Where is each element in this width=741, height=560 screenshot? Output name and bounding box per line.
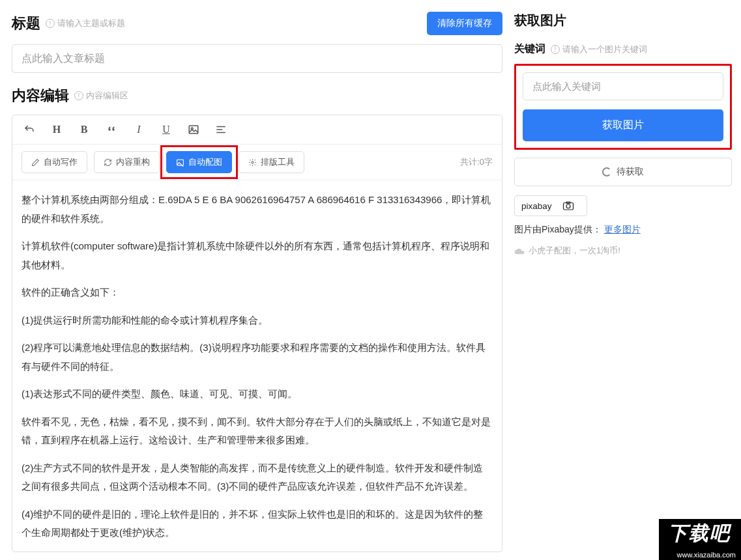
more-images-link[interactable]: 更多图片 — [604, 224, 641, 234]
left-column: 标题 ! 请输入主题或标题 清除所有缓存 内容编辑 ! 内容编辑区 — [0, 0, 512, 560]
pixabay-badge: pixabay — [514, 195, 587, 216]
get-image-title: 获取图片 — [514, 12, 732, 29]
spinner-icon — [602, 167, 611, 176]
paragraph: (1)提供运行时所需功能和性能的命令或计算机程序集合。 — [22, 311, 493, 330]
keyword-label-row: 关键词 ! 请输入一个图片关键词 — [514, 42, 732, 56]
watermark: 下载吧 www.xiazaiba.com — [659, 519, 741, 560]
clear-cache-button[interactable]: 清除所有缓存 — [427, 12, 502, 35]
align-left-icon — [215, 124, 227, 135]
editor-content-area[interactable]: 整个计算机系统由两部分组成：E.69DA 5 E 6 BA 9062616964… — [12, 180, 502, 552]
underline-button[interactable]: U — [158, 122, 174, 137]
layout-icon — [248, 158, 257, 167]
pending-label: 待获取 — [617, 166, 644, 178]
action-toolbar: 自动写作 内容重构 自动配图 排版工具 — [12, 145, 502, 180]
editor-box: H B I U 自动写作 — [12, 115, 502, 552]
svg-rect-8 — [564, 203, 574, 210]
italic-button[interactable]: I — [131, 122, 147, 137]
svg-point-6 — [252, 161, 254, 163]
svg-point-9 — [566, 204, 570, 208]
info-icon: ! — [46, 19, 55, 28]
get-image-button[interactable]: 获取图片 — [523, 109, 723, 141]
svg-rect-0 — [189, 126, 198, 133]
info-icon: ! — [551, 45, 560, 54]
format-toolbar: H B I U — [12, 115, 502, 145]
paragraph: 整个计算机系统由两部分组成：E.69DA 5 E 6 BA 9062616964… — [22, 191, 493, 228]
svg-text:pixabay: pixabay — [521, 201, 552, 211]
paragraph: (2)程序可以满意地处理信息的数据结构。(3)说明程序功能要求和程序需要的文档的… — [22, 339, 493, 376]
footer-note: 小虎子配图，一次1淘币! — [514, 245, 732, 257]
provider-row: 图片由Pixabay提供： 更多图片 — [514, 224, 732, 236]
align-button[interactable] — [213, 122, 229, 137]
svg-rect-5 — [177, 160, 184, 165]
auto-image-button[interactable]: 自动配图 — [166, 151, 232, 173]
paragraph: (1)表达形式不同的硬件类型、颜色、味道、可见、可摸、可闻。 — [22, 385, 493, 404]
editor-hint: ! 内容编辑区 — [74, 90, 128, 102]
editor-header: 内容编辑 ! 内容编辑区 — [12, 86, 502, 105]
paragraph: 软件的正确含义如下： — [22, 283, 493, 302]
keyword-label: 关键词 — [514, 42, 545, 56]
provider-text: 图片由Pixabay提供： — [514, 224, 602, 234]
image-button[interactable] — [186, 122, 201, 137]
footer-note-text: 小虎子配图，一次1淘币! — [529, 245, 620, 257]
keyword-highlight-box: 获取图片 — [514, 64, 732, 150]
undo-button[interactable] — [22, 122, 37, 137]
right-column: 获取图片 关键词 ! 请输入一个图片关键词 获取图片 待获取 pixabay — [512, 0, 741, 560]
cloud-icon — [514, 247, 525, 255]
undo-icon — [23, 124, 35, 135]
pencil-icon — [31, 158, 40, 167]
quote-button[interactable] — [104, 122, 119, 137]
pixabay-logo-icon: pixabay — [521, 199, 580, 213]
keyword-input[interactable] — [523, 72, 723, 100]
keyword-hint: ! 请输入一个图片关键词 — [551, 44, 647, 55]
title-hint-text: 请输入主题或标题 — [57, 18, 125, 29]
title-header: 标题 ! 请输入主题或标题 清除所有缓存 — [12, 12, 502, 35]
paragraph: (4)维护不同的硬件是旧的，理论上软件是旧的，并不坏，但实际上软件也是旧的和坏的… — [22, 505, 493, 542]
refresh-icon — [104, 158, 112, 167]
image-icon — [188, 124, 199, 135]
bold-button[interactable]: B — [76, 122, 92, 137]
image-icon — [176, 158, 184, 167]
quote-icon — [106, 124, 117, 135]
watermark-url: www.xiazaiba.com — [659, 550, 741, 560]
watermark-logo: 下载吧 — [659, 519, 741, 550]
editor-section-label: 内容编辑 ! 内容编辑区 — [12, 86, 128, 105]
editor-label-text: 内容编辑 — [12, 86, 69, 105]
title-label-text: 标题 — [12, 14, 40, 33]
word-count: 共计:0字 — [460, 156, 493, 168]
auto-write-button[interactable]: 自动写作 — [22, 151, 87, 173]
paragraph: (2)生产方式不同的软件是开发，是人类智能的高发挥，而不是传统意义上的硬件制造。… — [22, 459, 493, 496]
keyword-hint-text: 请输入一个图片关键词 — [562, 44, 647, 55]
article-title-input[interactable] — [12, 44, 502, 73]
title-section-label: 标题 ! 请输入主题或标题 — [12, 14, 125, 33]
paragraph: 软件看不见，无色，枯燥，看不见，摸不到，闻不到。软件大部分存在于人们的头脑或纸上… — [22, 413, 493, 450]
heading-button[interactable]: H — [49, 122, 65, 137]
pending-status: 待获取 — [514, 158, 732, 186]
auto-image-highlight: 自动配图 — [166, 151, 232, 173]
title-hint: ! 请输入主题或标题 — [46, 18, 125, 29]
editor-hint-text: 内容编辑区 — [86, 90, 128, 102]
content-rebuild-button[interactable]: 内容重构 — [94, 151, 160, 173]
info-icon: ! — [74, 91, 83, 100]
paragraph: 计算机软件(computer software)是指计算机系统中除硬件以外的所有… — [22, 237, 493, 274]
layout-tool-button[interactable]: 排版工具 — [239, 151, 304, 173]
